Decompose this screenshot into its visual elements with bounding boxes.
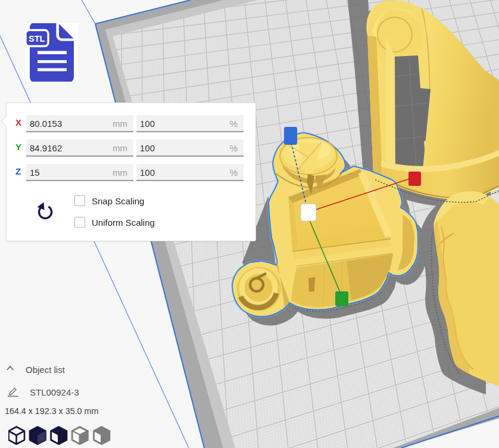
svg-text:STL: STL <box>29 34 45 43</box>
